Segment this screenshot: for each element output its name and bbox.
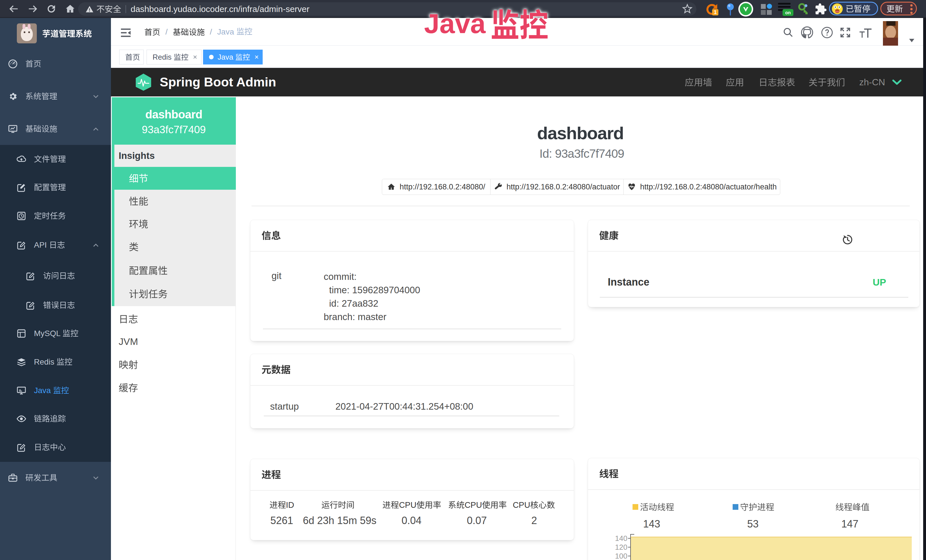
svg-text:1: 1 (714, 9, 717, 15)
svg-text:on: on (785, 10, 791, 15)
